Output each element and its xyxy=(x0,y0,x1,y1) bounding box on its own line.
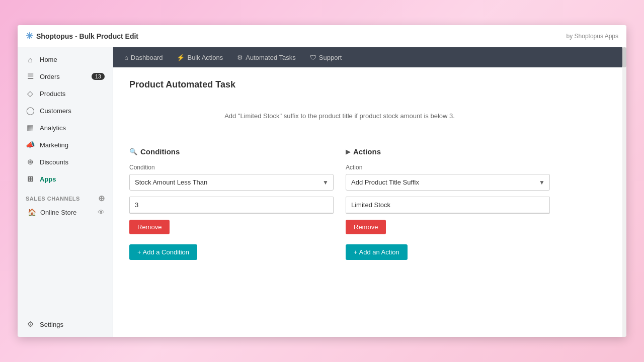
condition-select-wrapper: Stock Amount Less Than Stock Amount Grea… xyxy=(129,174,334,191)
conditions-search-icon: 🔍 xyxy=(129,148,137,155)
page-inner: Product Automated Task Add "Limited Stoc… xyxy=(113,67,566,272)
add-condition-button[interactable]: + Add a Condition xyxy=(129,244,197,260)
conditions-header-label: Conditions xyxy=(140,147,180,156)
condition-label: Condition xyxy=(129,164,334,171)
sales-channels-section: SALES CHANNELS ⊕ xyxy=(18,188,113,205)
home-icon: ⌂ xyxy=(26,55,35,64)
top-header: ✳ Shoptopus - Bulk Product Edit by Shopt… xyxy=(18,25,626,47)
settings-icon: ⚙ xyxy=(26,320,35,329)
add-condition-label: + Add a Condition xyxy=(137,248,189,256)
nav-label-bulk-actions: Bulk Actions xyxy=(187,54,223,61)
orders-icon: ☰ xyxy=(26,72,35,81)
add-action-label: + Add an Action xyxy=(354,248,399,256)
analytics-icon: ▦ xyxy=(26,123,35,132)
support-nav-icon: 🛡 xyxy=(310,54,316,61)
nav-item-dashboard[interactable]: ⌂ Dashboard xyxy=(117,51,170,64)
sidebar-label-marketing: Marketing xyxy=(40,141,68,149)
bulk-actions-nav-icon: ⚡ xyxy=(177,54,185,61)
online-store-label: Online Store xyxy=(40,209,76,216)
customers-icon: ◯ xyxy=(26,106,35,115)
main-layout: ⌂ Home ☰ Orders 13 ◇ Products ◯ Customer… xyxy=(18,47,626,337)
sidebar-label-orders: Orders xyxy=(40,73,60,80)
condition-select[interactable]: Stock Amount Less Than Stock Amount Grea… xyxy=(129,174,334,191)
action-select-wrapper: Add Product Title Suffix Add Product Tit… xyxy=(346,174,550,191)
task-description: Add "Limited Stock" suffix to the produc… xyxy=(129,102,550,135)
nav-item-automated-tasks[interactable]: ⚙ Automated Tasks xyxy=(230,51,302,64)
sidebar-item-marketing[interactable]: 📣 Marketing xyxy=(18,136,113,153)
condition-remove-button[interactable]: Remove xyxy=(129,220,170,234)
add-action-button[interactable]: + Add an Action xyxy=(346,244,408,260)
sidebar-item-apps[interactable]: ⊞ Apps xyxy=(18,170,113,188)
actions-section: ▶ Actions Action Add Product Title Suffi… xyxy=(346,147,550,260)
nav-item-bulk-actions[interactable]: ⚡ Bulk Actions xyxy=(170,51,230,64)
nav-item-support[interactable]: 🛡 Support xyxy=(303,51,349,64)
actions-arrow-icon: ▶ xyxy=(346,148,350,155)
discounts-icon: ⊛ xyxy=(26,157,35,166)
apps-icon: ⊞ xyxy=(26,174,35,184)
add-sales-channel-icon[interactable]: ⊕ xyxy=(98,194,105,203)
sidebar-label-products: Products xyxy=(40,90,65,98)
conditions-section: 🔍 Conditions Condition Stock Amount Less… xyxy=(129,147,334,260)
by-shoptopus-label: by Shoptopus Apps xyxy=(567,33,618,40)
octopus-icon: ✳ xyxy=(26,31,33,42)
actions-header-label: Actions xyxy=(353,147,381,156)
actions-header: ▶ Actions xyxy=(346,147,550,156)
sidebar-item-home[interactable]: ⌂ Home xyxy=(18,51,113,68)
action-text-input[interactable] xyxy=(346,197,550,214)
action-remove-button[interactable]: Remove xyxy=(346,220,386,234)
action-select[interactable]: Add Product Title Suffix Add Product Tit… xyxy=(346,174,550,191)
app-title: Shoptopus - Bulk Product Edit xyxy=(36,32,138,40)
nav-label-dashboard: Dashboard xyxy=(131,54,163,61)
sidebar-label-settings: Settings xyxy=(40,321,63,328)
dashboard-nav-icon: ⌂ xyxy=(124,54,128,61)
app-logo: ✳ Shoptopus - Bulk Product Edit xyxy=(26,31,138,42)
window-scrollbar[interactable] xyxy=(622,47,626,337)
sales-channels-label: SALES CHANNELS xyxy=(26,196,80,202)
sidebar-item-analytics[interactable]: ▦ Analytics xyxy=(18,119,113,136)
sidebar-label-discounts: Discounts xyxy=(40,158,68,166)
sidebar-label-analytics: Analytics xyxy=(40,124,66,132)
sidebar-item-orders[interactable]: ☰ Orders 13 xyxy=(18,68,113,85)
automated-tasks-nav-icon: ⚙ xyxy=(237,54,243,61)
sidebar-item-settings[interactable]: ⚙ Settings xyxy=(18,316,113,333)
conditions-actions-row: 🔍 Conditions Condition Stock Amount Less… xyxy=(129,147,550,260)
conditions-header: 🔍 Conditions xyxy=(129,147,334,156)
orders-badge: 13 xyxy=(92,73,105,80)
sidebar-label-customers: Customers xyxy=(40,107,71,115)
content-area: ⌂ Dashboard ⚡ Bulk Actions ⚙ Automated T… xyxy=(113,47,622,337)
sidebar-item-products[interactable]: ◇ Products xyxy=(18,85,113,102)
online-store-icon: 🏠 xyxy=(28,208,36,216)
nav-label-automated-tasks: Automated Tasks xyxy=(246,54,295,61)
sidebar-item-online-store[interactable]: 🏠 Online Store 👁 xyxy=(18,205,113,219)
condition-number-input[interactable] xyxy=(129,197,334,214)
page-title: Product Automated Task xyxy=(129,79,550,90)
sidebar-label-home: Home xyxy=(40,56,57,63)
app-window: ✳ Shoptopus - Bulk Product Edit by Shopt… xyxy=(18,25,626,337)
products-icon: ◇ xyxy=(26,89,35,98)
sidebar: ⌂ Home ☰ Orders 13 ◇ Products ◯ Customer… xyxy=(18,47,113,337)
marketing-icon: 📣 xyxy=(26,140,35,149)
online-store-settings-icon[interactable]: 👁 xyxy=(98,208,105,216)
nav-label-support: Support xyxy=(319,54,342,61)
sidebar-bottom: ⚙ Settings xyxy=(18,316,113,337)
page-content: Product Automated Task Add "Limited Stoc… xyxy=(113,67,622,337)
nav-bar: ⌂ Dashboard ⚡ Bulk Actions ⚙ Automated T… xyxy=(113,47,622,67)
action-label: Action xyxy=(346,164,550,171)
sidebar-item-customers[interactable]: ◯ Customers xyxy=(18,102,113,119)
sidebar-label-apps: Apps xyxy=(40,175,56,183)
scrollbar-thumb[interactable] xyxy=(622,47,626,67)
sidebar-item-discounts[interactable]: ⊛ Discounts xyxy=(18,153,113,170)
